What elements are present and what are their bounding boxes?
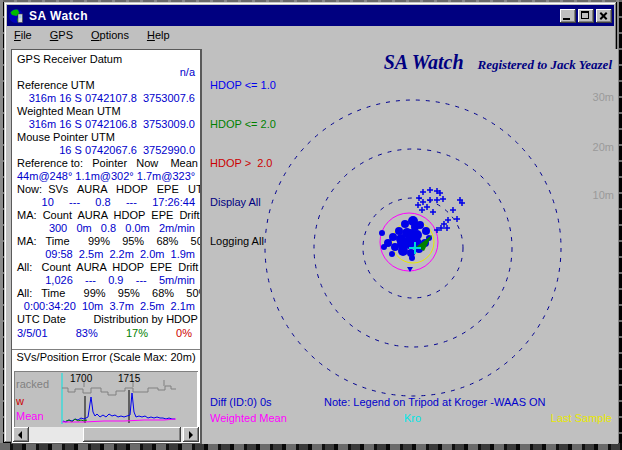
ma-count-header: MA: Count AURA HDOP EPE Drift [12,209,200,222]
scale-label-20m: 20m [593,141,614,153]
registered-text: Registered to Jack Yeazel [478,57,612,72]
chart-tick-1715: 1715 [118,373,140,384]
menu-gps[interactable]: GPS [47,27,80,43]
tracked-series-label: racked [16,379,49,390]
menubar: File GPS Options Help [7,26,614,44]
epe-now-line [63,393,175,422]
all-count-value: 1,026 --- 0.9 --- 5m/min [12,274,200,287]
mouse-pointer-value: 16 S 0742067.6 3752990.0 [12,144,200,157]
maximize-icon [581,11,589,19]
position-plot-panel[interactable]: HDOP <= 1.0 HDOP <= 2.0 HDOP > 2.0 Displ… [201,49,618,444]
now-value: 10 --- 0.8 --- 17:26:44 [12,196,200,209]
menu-file[interactable]: File [11,27,39,43]
diff-status: Diff (ID:0) 0s [210,396,272,408]
menu-options[interactable]: Options [88,27,136,43]
titlebar: SA Watch [7,5,614,26]
chart-tick-1700: 1700 [70,373,92,384]
scroll-left-icon [18,431,22,439]
scroll-right-button[interactable] [183,427,199,442]
all-time-header: All: Time 99% 95% 68% 50% [12,287,200,300]
ma-count-value: 300 0m 0.8 0.0m 2m/min [12,222,200,235]
scale-label-10m: 10m [593,189,614,201]
legend-hdop-2: HDOP <= 2.0 [210,118,276,131]
gps-data-rows: GPS Receiver Datum n/a Reference UTM 316… [12,53,200,364]
reference-to-value: 44m@248° 1.1m@302° 1.7m@323° [12,170,200,183]
utc-date-value: 3/5/01 [17,326,48,340]
reference-utm-label: Reference UTM [12,79,200,92]
scroll-left-button[interactable] [13,427,29,442]
scale-label-30m: 30m [593,91,614,103]
hdop-distribution-row: 3/5/01 83% 17% 0% [12,326,200,340]
weighted-mean-value: 316m 16 S 0742106.8 3753009.0 [12,118,200,131]
display-mode: Display All [210,196,276,209]
chart-event-lines [85,390,129,423]
plot-title: SA Watch Registered to Jack Yeazel [384,51,612,74]
desktop-texture [0,443,622,450]
weighted-mean-label: Weighted Mean UTM [12,105,200,118]
error-chart-header: SVs/Position Error (Scale Max: 20m) [12,349,200,364]
ma-time-value: 09:58 2.5m 2.2m 2.0m 1.9m [12,248,200,261]
reference-utm-value: 316m 16 S 0742107.8 3753007.6 [12,92,200,105]
all-count-header: All: Count AURA HDOP EPE Drift [12,261,200,274]
close-button[interactable] [596,9,612,23]
hdop-high-pct: 0% [176,326,192,340]
app-title-text: SA Watch [384,51,464,73]
app-globe-icon [9,8,25,24]
legend-hdop-1: HDOP <= 1.0 [210,79,276,92]
kro-label: Kro [404,412,421,424]
error-history-chart[interactable]: 1700 1715 racked w Mean [14,371,198,428]
utc-date-header: UTC Date Distribution by HDOP [12,313,200,326]
now-series-label: w [16,396,24,407]
svs-tracked-line [62,386,176,395]
hdop-legend: HDOP <= 1.0 HDOP <= 2.0 HDOP > 2.0 Displ… [210,53,276,274]
legend-hdop-gt2: HDOP > 2.0 [210,157,276,170]
hdop-mid-pct: 17% [126,326,148,340]
window-title: SA Watch [29,9,558,23]
session-note: Note: Legend on Tripod at Kroger -WAAS O… [324,396,546,408]
hdop-low-pct: 83% [76,326,98,340]
logging-mode: Logging All [210,235,276,248]
maximize-button[interactable] [578,9,594,23]
sa-watch-window: SA Watch File GPS Options Help GPS Recei… [4,2,617,443]
minimize-icon [563,18,570,20]
all-time-value: 0:00:34:20 10m 3.7m 2.5m 2.1m [12,300,200,313]
reference-to-header: Reference to: Pointer Now Mean [12,157,200,170]
weighted-mean-label: Weighted Mean [210,412,287,424]
mean-series-label: Mean [16,411,44,422]
last-sample-label: Last Sample [551,412,612,424]
mouse-pointer-label: Mouse Pointer UTM [12,131,200,144]
now-header: Now: SVs AURA HDOP EPE UTC [12,183,200,196]
scrollbar-thumb[interactable] [83,427,181,442]
scroll-right-icon [189,431,193,439]
minimize-button[interactable] [560,9,576,23]
ma-time-header: MA: Time 99% 95% 68% 50% [12,235,200,248]
gps-data-panel: GPS Receiver Datum n/a Reference UTM 316… [11,49,201,444]
scrollbar-track[interactable] [29,427,183,442]
datum-label: GPS Receiver Datum [12,53,200,66]
datum-value: n/a [12,66,200,79]
menu-help[interactable]: Help [144,27,177,43]
chart-scrollbar [13,427,199,442]
